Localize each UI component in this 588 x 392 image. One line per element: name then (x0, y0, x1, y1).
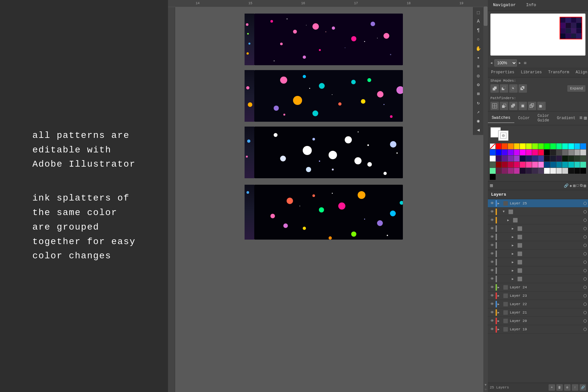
tab-navigator[interactable]: Navigator (488, 0, 521, 11)
expand-child-arrow[interactable]: ▶ (512, 243, 516, 247)
tab-gradient[interactable]: Gradient (553, 114, 580, 123)
tab-info[interactable]: Info (521, 0, 541, 11)
swatch-cell-24[interactable] (544, 150, 550, 155)
swatch-cell-33[interactable] (502, 156, 508, 161)
layer-item[interactable]: 👁 ▶ Layer 23 (488, 292, 588, 300)
outline-button[interactable] (528, 102, 536, 110)
canvas-area[interactable]: 14 15 16 17 18 19 ⬚ A ¶ ○ ✋ ✦ ≡ ◎ ⚙ ⊞ ↻ … (168, 0, 488, 392)
layer-item[interactable]: 👁 ▶ Layer 24 (488, 283, 588, 292)
layer-options-button[interactable]: ⚙ (564, 384, 571, 391)
swatch-cell-4[interactable] (520, 143, 526, 149)
swatch-cell-57[interactable] (550, 162, 556, 168)
swatch-cell-37[interactable] (526, 156, 532, 161)
swatch-cell-71[interactable] (538, 168, 544, 174)
scroll-thumb[interactable] (484, 6, 488, 26)
expand-arrow[interactable]: ▶ (498, 294, 502, 298)
swatch-cell-40[interactable] (544, 156, 550, 161)
zoom-increase[interactable]: ▶ (519, 61, 521, 65)
swatch-cell-3[interactable] (514, 143, 520, 149)
swatch-cell-0[interactable] (496, 143, 502, 149)
swatch-cell-65[interactable] (502, 168, 508, 174)
swatch-cell-29[interactable] (574, 150, 580, 155)
vertical-scrollbar[interactable]: ▼ ○ (483, 0, 488, 392)
swatch-cell-43[interactable] (562, 156, 568, 161)
layer-target-dot[interactable] (583, 235, 587, 239)
swatch-cell-21[interactable] (526, 150, 532, 155)
layer-visibility-icon[interactable]: 👁 (489, 210, 495, 214)
swatch-cell-77[interactable] (574, 168, 580, 174)
new-layer-button[interactable]: + (549, 384, 555, 391)
swatch-cell-75[interactable] (562, 168, 568, 174)
swatch-cell-35[interactable] (514, 156, 520, 161)
swatch-cell-73[interactable] (550, 168, 556, 174)
grid-tool[interactable]: ⊞ (475, 90, 482, 98)
swatch-cell-32[interactable] (496, 156, 502, 161)
swatch-cell-63[interactable] (490, 168, 496, 174)
intersect-button[interactable] (509, 84, 518, 93)
scroll-bottom-circle[interactable]: ○ (484, 387, 488, 391)
layer-target-dot[interactable] (583, 294, 587, 297)
swatch-cell-14[interactable] (580, 143, 586, 149)
swatch-cell-17[interactable] (502, 150, 508, 155)
layer-target-dot[interactable] (583, 328, 587, 331)
crop-button[interactable] (519, 102, 527, 110)
swatch-cell-12[interactable] (568, 143, 574, 149)
ellipse-tool[interactable]: ○ (475, 36, 482, 43)
layer-target-dot[interactable] (583, 277, 587, 281)
layer-visibility-icon[interactable]: 👁 (489, 302, 495, 306)
star-tool[interactable]: ✦ (475, 54, 482, 61)
expand-child-arrow[interactable]: ▶ (512, 227, 516, 231)
layer-visibility-icon[interactable]: 👁 (489, 260, 495, 264)
swatch-cell-9[interactable] (550, 143, 556, 149)
swatch-cell-78[interactable] (580, 168, 586, 174)
layers-icon7[interactable]: ▤ (584, 183, 586, 188)
swatch-cell-11[interactable] (562, 143, 568, 149)
swatch-cell-39[interactable] (538, 156, 544, 161)
expand-child-arrow[interactable]: ▶ (512, 252, 516, 256)
swatch-cell-36[interactable] (520, 156, 526, 161)
layers-icon1[interactable]: ⊞ (490, 182, 493, 189)
circle-tool2[interactable]: ◎ (475, 72, 482, 79)
layer-visibility-icon[interactable]: 👁 (489, 252, 495, 256)
hand-tool[interactable]: ✋ (475, 45, 482, 52)
swatch-cell-10[interactable] (556, 143, 562, 149)
circle3-tool[interactable]: ◉ (475, 117, 482, 125)
layer-item[interactable]: 👁 ▶ (488, 216, 588, 224)
layer-visibility-icon[interactable]: 👁 (489, 243, 495, 247)
swatch-cell-27[interactable] (562, 150, 568, 155)
swatch-cell-26[interactable] (556, 150, 562, 155)
layer-item[interactable]: 👁 ▶ (488, 241, 588, 250)
swatch-cell-8[interactable] (544, 143, 550, 149)
layer-target-dot[interactable] (583, 303, 587, 306)
swatch-cell-53[interactable] (526, 162, 532, 168)
minus-front-button[interactable] (500, 84, 508, 93)
swatch-cell-74[interactable] (556, 168, 562, 174)
swatch-cell-76[interactable] (568, 168, 574, 174)
swatch-cell-16[interactable] (496, 150, 502, 155)
layer-target-dot[interactable] (583, 219, 587, 222)
swatch-cell-15[interactable] (490, 150, 496, 155)
layer-item[interactable]: 👁 ▶ (488, 224, 588, 233)
tab-color-guide[interactable]: Color Guide (534, 111, 553, 125)
layer-item[interactable]: 👁 ▶ Layer 21 (488, 308, 588, 317)
expand-child-arrow[interactable]: ▶ (512, 260, 516, 264)
tab-align[interactable]: Align (572, 68, 588, 77)
swatch-cell-1[interactable] (502, 143, 508, 149)
expand-arrow[interactable]: ▶ (498, 319, 502, 323)
layers-speaker-icon[interactable]: ◈ (570, 183, 572, 188)
swatch-cell-20[interactable] (520, 150, 526, 155)
swatch-cell-68[interactable] (520, 168, 526, 174)
layer-item[interactable]: 👁 ▶ (488, 250, 588, 258)
lines-tool[interactable]: ≡ (475, 63, 482, 70)
swatch-cell-66[interactable] (508, 168, 514, 174)
swatch-cell-45[interactable] (574, 156, 580, 161)
zoom-fit-icon[interactable]: ⊞ (524, 61, 526, 66)
swatch-cell-58[interactable] (556, 162, 562, 168)
swatch-cell-56[interactable] (544, 162, 550, 168)
layer-target-dot[interactable] (583, 319, 587, 323)
swatch-cell-79[interactable] (490, 174, 496, 180)
scroll-down-arrow[interactable]: ▼ (484, 383, 488, 387)
swatch-cell-6[interactable] (532, 143, 538, 149)
none-swatch[interactable] (490, 143, 496, 149)
swatch-cell-2[interactable] (508, 143, 514, 149)
